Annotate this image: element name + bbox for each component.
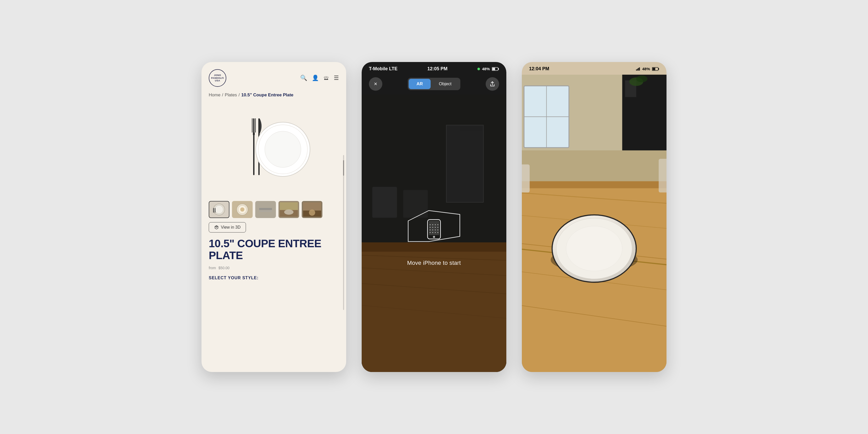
svg-point-19: [284, 210, 293, 215]
thumb1-image: [210, 202, 228, 217]
svg-rect-15: [259, 208, 272, 210]
ar-close-button[interactable]: ×: [369, 77, 382, 91]
ar-status-bar: T-Mobile LTE 12:05 PM 48%: [362, 62, 506, 75]
thumb-4[interactable]: [278, 201, 299, 218]
ar-tab-group: AR Object: [408, 78, 460, 90]
room-background: [522, 75, 666, 372]
signal-icon: [636, 67, 640, 70]
brand-logo: JONO PANDOLFI USA: [209, 69, 226, 87]
svg-point-47: [430, 229, 431, 230]
svg-point-54: [437, 232, 438, 233]
svg-rect-79: [522, 164, 530, 192]
phone3-battery: 48%: [642, 67, 650, 71]
ar-share-button[interactable]: [486, 77, 499, 91]
svg-rect-55: [636, 69, 637, 70]
breadcrumb-current: 10.5" Coupe Entree Plate: [241, 92, 293, 98]
price-value: $50.00: [219, 266, 230, 270]
share-icon: [490, 81, 495, 87]
svg-rect-3: [253, 132, 255, 135]
phone3-battery-icon: [652, 67, 659, 71]
product-image-area: [207, 100, 341, 198]
svg-rect-16: [259, 211, 272, 212]
breadcrumb-plates[interactable]: Plates: [225, 92, 237, 98]
user-icon[interactable]: 👤: [312, 75, 319, 82]
menu-icon[interactable]: ☰: [334, 75, 339, 82]
select-style-label: SELECT YOUR STYLE:: [209, 276, 339, 280]
ar-toolbar: × AR Object: [362, 75, 506, 94]
thumb-3[interactable]: [255, 201, 276, 218]
phone1-header: JONO PANDOLFI USA 🔍 👤 🛎 ☰: [202, 62, 346, 91]
thumb-2[interactable]: [232, 201, 253, 218]
tab-object[interactable]: Object: [431, 79, 459, 89]
thumb5-image: [303, 202, 321, 217]
svg-point-53: [435, 232, 436, 233]
product-title: 10.5" COUPE ENTREE PLATE: [209, 238, 339, 261]
svg-point-22: [309, 210, 315, 216]
product-info: 10.5" COUPE ENTREE PLATE from $50.00 SEL…: [202, 238, 346, 280]
room-scene: [522, 75, 666, 372]
phone2-ar-scan: T-Mobile LTE 12:05 PM 48% × AR Object: [362, 62, 506, 372]
svg-point-7: [265, 131, 301, 167]
svg-point-14: [240, 208, 244, 212]
svg-rect-1: [252, 118, 253, 132]
scroll-indicator: [343, 155, 344, 310]
svg-rect-57: [638, 68, 639, 70]
breadcrumb-home[interactable]: Home: [209, 92, 220, 98]
cart-icon[interactable]: 🛎: [323, 75, 329, 82]
svg-point-40: [432, 224, 433, 225]
svg-point-48: [432, 229, 433, 230]
svg-rect-10: [213, 208, 214, 213]
svg-rect-11: [215, 208, 215, 213]
svg-point-38: [433, 236, 435, 238]
ar-scan-instruction: Move iPhone to start: [407, 259, 461, 266]
thumbnail-strip: [202, 198, 346, 222]
breadcrumb-sep1: /: [222, 92, 223, 98]
svg-rect-58: [639, 67, 640, 70]
phone1-ecommerce: JONO PANDOLFI USA 🔍 👤 🛎 ☰ Home / Plates …: [202, 62, 346, 372]
svg-rect-25: [492, 68, 495, 70]
svg-point-69: [636, 75, 647, 82]
svg-point-49: [435, 229, 436, 230]
svg-point-9: [215, 206, 223, 214]
header-icons: 🔍 👤 🛎 ☰: [300, 75, 339, 82]
svg-point-46: [437, 227, 438, 228]
breadcrumb-sep2: /: [239, 92, 240, 98]
tab-ar[interactable]: AR: [409, 79, 431, 89]
close-icon: ×: [374, 81, 377, 87]
ar-scan-graphic: [395, 200, 473, 252]
thumb-5[interactable]: [302, 201, 322, 218]
3d-cube-icon: [214, 225, 219, 230]
price-from-label: from: [209, 266, 216, 270]
svg-point-45: [435, 227, 436, 228]
battery-label: 48%: [482, 67, 490, 71]
search-icon[interactable]: 🔍: [300, 75, 307, 82]
svg-rect-37: [429, 221, 439, 235]
carrier-label: T-Mobile LTE: [369, 66, 398, 71]
svg-point-41: [435, 224, 436, 225]
thumb-1[interactable]: [209, 201, 229, 218]
svg-point-50: [437, 229, 438, 230]
svg-rect-70: [522, 150, 666, 184]
svg-rect-2: [255, 118, 256, 132]
status-right: 48%: [477, 67, 499, 71]
svg-point-84: [566, 226, 622, 271]
svg-rect-56: [637, 69, 638, 70]
svg-rect-24: [498, 68, 499, 70]
svg-rect-60: [658, 68, 659, 70]
svg-point-52: [432, 232, 433, 233]
svg-point-39: [430, 224, 431, 225]
svg-point-42: [437, 224, 438, 225]
svg-rect-29: [446, 125, 483, 202]
phone3-status-bar: 12:04 PM 48%: [522, 62, 666, 75]
svg-rect-80: [659, 159, 666, 192]
time-label: 12:05 PM: [427, 66, 447, 71]
ar-scene: Move iPhone to start: [362, 94, 506, 372]
svg-point-51: [430, 232, 431, 233]
svg-rect-0: [253, 118, 254, 175]
phone3-time: 12:04 PM: [529, 66, 549, 71]
signal-dot: [477, 68, 480, 70]
battery-icon: [492, 67, 499, 71]
product-price: from $50.00: [209, 265, 339, 271]
thumb4-image: [280, 202, 298, 217]
view-in-3d-button[interactable]: View in 3D: [209, 222, 246, 232]
